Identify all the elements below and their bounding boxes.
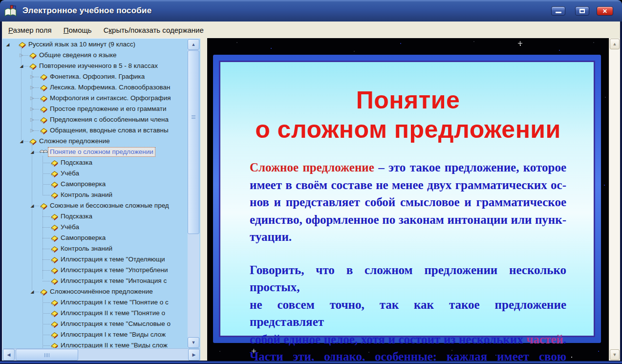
expand-toggle-icon[interactable]: ▷ xyxy=(29,127,36,134)
tree-item[interactable]: Иллюстрация II к теме "Виды слож xyxy=(2,340,187,348)
tree-item-label[interactable]: Лексика. Морфемика. Словообразован xyxy=(50,83,170,92)
tree-item[interactable]: Иллюстрация к теме "Смысловые о xyxy=(2,319,187,329)
book-icon xyxy=(40,105,48,113)
slide-text-line: единство, оформленное по законам интонац… xyxy=(250,211,566,229)
scroll-right-arrow-icon[interactable]: ▶ xyxy=(188,349,200,361)
expand-toggle-icon[interactable]: ◢ xyxy=(29,148,36,156)
tree-item[interactable]: Подсказка xyxy=(2,157,187,168)
tree-item[interactable]: Самопроверка xyxy=(2,233,187,243)
tree-item-label[interactable]: Русский язык за 10 минут (9 класс) xyxy=(28,40,135,49)
tree-item-label[interactable]: Иллюстрация II к теме "Понятие о xyxy=(61,309,165,318)
book-icon xyxy=(50,299,59,306)
tree-item-label[interactable]: Общие сведения о языке xyxy=(39,51,117,60)
tree-item[interactable]: Контроль знаний xyxy=(2,190,187,200)
tree-item[interactable]: Учёба xyxy=(2,168,187,179)
scroll-left-arrow-icon[interactable]: ◀ xyxy=(3,349,15,361)
tree-item[interactable]: ▷ Предложения с обособленными члена xyxy=(2,114,187,125)
tree-item-label[interactable]: Сложное предложение xyxy=(39,137,110,146)
minimize-icon xyxy=(556,12,561,13)
tree-item-label[interactable]: Понятие о сложном предложении xyxy=(48,147,155,157)
tree-item-label[interactable]: Самопроверка xyxy=(61,180,106,189)
scroll-up-arrow-icon[interactable]: ▲ xyxy=(610,39,620,49)
tree-item[interactable]: Иллюстрация I к теме "Виды слож xyxy=(2,329,187,340)
slide-text-line: нов и представляет собой смысловое и гра… xyxy=(250,193,566,211)
lesson-slide: Понятиео сложном предложении Сложное пре… xyxy=(213,55,601,343)
expand-toggle-icon[interactable]: ▷ xyxy=(29,116,36,124)
tree-vertical-scrollbar[interactable]: ▲ ▼ xyxy=(188,39,199,348)
expand-toggle-icon[interactable]: ▷ xyxy=(29,73,36,81)
expand-toggle-icon[interactable]: ▷ xyxy=(29,84,36,91)
tree-item[interactable]: ◢ Сложное предложение xyxy=(2,136,187,147)
tree-item[interactable]: ▷ Простое предложение и его граммати xyxy=(2,104,187,114)
expand-toggle-icon[interactable]: ◢ xyxy=(29,202,36,210)
tree-item-label[interactable]: Подсказка xyxy=(61,212,92,221)
scroll-up-arrow-icon[interactable]: ▲ xyxy=(188,39,199,50)
tree-item[interactable]: Иллюстрация I к теме "Понятие о с xyxy=(2,297,187,308)
close-button[interactable]: ✕ xyxy=(597,6,613,16)
tree-item-label[interactable]: Контроль знаний xyxy=(61,244,112,253)
tree-item-label[interactable]: Самопроверка xyxy=(61,234,106,242)
tree-item-label[interactable]: Простое предложение и его граммати xyxy=(50,105,166,113)
tree-item[interactable]: ▷ Морфология и синтаксис. Орфография xyxy=(2,93,187,104)
menu-item[interactable]: Скрыть/показать содержание xyxy=(104,26,204,34)
expand-toggle-icon[interactable]: ▷ xyxy=(18,51,25,59)
tree-item[interactable]: ▷ Обращения, вводные слова и вставны xyxy=(2,125,187,136)
tree-item[interactable]: ◢ Повторение изученного в 5 - 8 классах xyxy=(2,61,187,71)
tree-item[interactable]: Иллюстрация к теме "Отделяющи xyxy=(2,254,187,265)
tree-item-label[interactable]: Контроль знаний xyxy=(61,191,112,199)
tree-connector xyxy=(43,270,50,271)
tree-item-label[interactable]: Фонетика. Орфоэпия. Графика xyxy=(50,72,145,81)
tree-item-label[interactable]: Иллюстрация к теме "Употреблени xyxy=(61,266,168,275)
tree-item[interactable]: ◢ Союзные и бессоюзные сложные пред xyxy=(2,200,187,211)
tree-item[interactable]: ◢ Сложносочинённое предложение xyxy=(2,286,187,297)
tree-item[interactable]: Иллюстрация II к теме "Понятие о xyxy=(2,308,187,319)
slide-title-line: Понятие xyxy=(250,86,566,115)
tree-item-label[interactable]: Иллюстрация к теме "Отделяющи xyxy=(61,255,165,264)
tree-item[interactable]: Контроль знаний xyxy=(2,243,187,254)
tree-item-label[interactable]: Предложения с обособленными члена xyxy=(50,115,169,124)
tree-item[interactable]: Подсказка xyxy=(2,211,187,222)
title-bar[interactable]: Электронное учебное пособие ✕ xyxy=(0,0,622,21)
scroll-down-arrow-icon[interactable]: ▼ xyxy=(188,337,199,348)
tree-view[interactable]: ◢ Русский язык за 10 минут (9 класс) ▷ xyxy=(2,39,187,348)
tree-item[interactable]: Учёба xyxy=(2,222,187,233)
tree-item[interactable]: Иллюстрация к теме "Употреблени xyxy=(2,265,187,276)
maximize-button[interactable] xyxy=(575,6,589,16)
tree-item-label[interactable]: Союзные и бессоюзные сложные пред xyxy=(50,201,169,210)
slide-text-line: не совсем точно, так как такое предложен… xyxy=(250,296,566,331)
tree-horizontal-scrollbar[interactable]: ◀ ▶ xyxy=(3,348,200,361)
tree-item-label[interactable]: Морфология и синтаксис. Орфография xyxy=(50,94,171,103)
tree-item-label[interactable]: Учёба xyxy=(61,169,79,178)
tree-item-label[interactable]: Обращения, вводные слова и вставны xyxy=(50,126,169,135)
minimize-button[interactable] xyxy=(551,6,565,16)
expand-toggle-icon[interactable]: ◢ xyxy=(4,41,11,48)
tree-item[interactable]: Самопроверка xyxy=(2,179,187,190)
expand-toggle-icon[interactable]: ◢ xyxy=(18,62,25,70)
tree-item[interactable]: ▷ Лексика. Морфемика. Словообразован xyxy=(2,82,187,93)
tree-item-label[interactable]: Повторение изученного в 5 - 8 классах xyxy=(39,62,158,70)
tree-item-label[interactable]: Иллюстрация I к теме "Понятие о с xyxy=(61,298,169,307)
tree-item-label[interactable]: Иллюстрация к теме "Смысловые о xyxy=(61,320,171,328)
tree-item-label[interactable]: Сложносочинённое предложение xyxy=(50,287,153,296)
tree-item[interactable]: Иллюстрация к теме "Интонация с xyxy=(2,276,187,286)
expand-toggle-icon[interactable]: ◢ xyxy=(18,137,25,145)
tree-item-label[interactable]: Иллюстрация II к теме "Виды слож xyxy=(61,341,168,348)
tree-item[interactable]: ▷ Общие сведения о языке xyxy=(2,50,187,61)
tree-item-label[interactable]: Подсказка xyxy=(61,158,92,167)
tree-item-label[interactable]: Иллюстрация I к теме "Виды слож xyxy=(61,330,166,339)
content-vertical-scrollbar[interactable]: ▲ ▼ xyxy=(609,38,620,361)
scroll-down-arrow-icon[interactable]: ▼ xyxy=(610,349,620,360)
tree-item-label[interactable]: Учёба xyxy=(61,223,79,232)
expand-toggle-icon[interactable]: ◢ xyxy=(29,288,36,296)
expand-toggle-icon[interactable]: ▷ xyxy=(29,105,36,113)
tree-item[interactable]: ▷ Фонетика. Орфоэпия. Графика xyxy=(2,71,187,82)
expand-toggle-icon[interactable]: ▷ xyxy=(29,94,36,102)
panel-splitter[interactable] xyxy=(200,38,207,361)
menu-item[interactable]: Размер поля xyxy=(8,26,52,34)
tree-item[interactable]: ◢ Понятие о сложном предложении xyxy=(2,147,187,157)
horizontal-scroll-thumb[interactable] xyxy=(16,349,78,361)
tree-item-label[interactable]: Иллюстрация к теме "Интонация с xyxy=(61,277,167,285)
menu-item[interactable]: Помощь xyxy=(64,26,92,34)
vertical-scroll-thumb[interactable] xyxy=(188,50,199,234)
tree-item[interactable]: ◢ Русский язык за 10 минут (9 класс) xyxy=(2,39,187,50)
